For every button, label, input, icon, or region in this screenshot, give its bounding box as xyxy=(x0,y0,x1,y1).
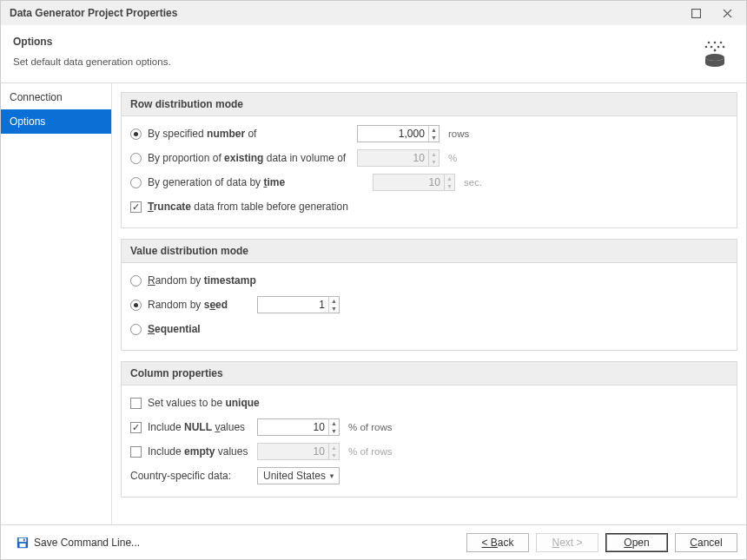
radio-icon xyxy=(130,300,142,311)
down-icon: ▼ xyxy=(329,451,339,459)
country-select[interactable]: United States ▼ xyxy=(257,467,340,484)
checkbox-label: Truncate data from table before generati… xyxy=(148,201,348,213)
radio-icon xyxy=(130,275,142,287)
spinner-arrows[interactable]: ▲▼ xyxy=(428,126,439,142)
cancel-button[interactable]: Cancel xyxy=(675,533,737,552)
radio-label: By proportion of existing data in volume… xyxy=(148,152,346,164)
sidebar-item-connection[interactable]: Connection xyxy=(1,85,111,109)
down-icon: ▼ xyxy=(429,134,439,142)
svg-rect-14 xyxy=(20,543,26,546)
svg-rect-0 xyxy=(691,9,700,17)
checkbox-icon xyxy=(130,201,142,213)
country-label: Country-specific data: xyxy=(130,470,252,482)
proportion-input: ▲▼ xyxy=(357,149,440,167)
unit-label: rows xyxy=(448,128,469,139)
up-icon: ▲ xyxy=(429,126,439,134)
unit-label: % of rows xyxy=(348,446,393,457)
svg-point-6 xyxy=(705,46,708,49)
sidebar-item-options[interactable]: Options xyxy=(1,109,111,134)
page-header: Options Set default data generation opti… xyxy=(1,25,746,83)
svg-point-3 xyxy=(708,42,711,44)
checkbox-include-null[interactable]: Include NULL values xyxy=(130,421,252,433)
spinner-arrows[interactable]: ▲▼ xyxy=(328,419,339,435)
null-percent-input[interactable]: ▲▼ xyxy=(257,418,340,436)
next-button: Next > xyxy=(536,533,598,552)
maximize-button[interactable] xyxy=(680,3,711,23)
seed-value[interactable] xyxy=(258,297,328,313)
country-value: United States xyxy=(263,470,326,482)
svg-rect-13 xyxy=(19,537,27,541)
group-title: Row distribution mode xyxy=(122,93,737,116)
radio-icon xyxy=(130,324,142,335)
radio-label: Random by seed xyxy=(148,299,228,311)
radio-by-proportion[interactable]: By proportion of existing data in volume… xyxy=(130,152,352,164)
up-icon: ▲ xyxy=(329,444,339,451)
radio-by-number[interactable]: By specified number of xyxy=(130,128,352,140)
time-value xyxy=(374,175,444,190)
rows-number-value[interactable] xyxy=(358,126,428,142)
radio-label: By generation of data by time xyxy=(148,176,285,188)
spinner-arrows[interactable]: ▲▼ xyxy=(328,297,339,313)
empty-percent-value xyxy=(258,444,328,459)
up-icon: ▲ xyxy=(445,175,454,182)
down-icon: ▼ xyxy=(329,427,339,435)
radio-icon xyxy=(130,177,142,188)
unit-label: sec. xyxy=(464,177,482,188)
close-button[interactable] xyxy=(711,3,743,23)
down-icon: ▼ xyxy=(329,305,339,313)
chevron-down-icon: ▼ xyxy=(328,472,335,480)
up-icon: ▲ xyxy=(329,419,339,427)
radio-icon xyxy=(130,153,142,164)
checkbox-label: Include empty values xyxy=(148,445,248,458)
save-icon xyxy=(17,537,29,549)
group-row-distribution: Row distribution mode By specified numbe… xyxy=(121,92,737,228)
data-generator-icon xyxy=(699,39,730,70)
checkbox-label: Include NULL values xyxy=(148,421,245,433)
unit-label: % xyxy=(448,153,457,163)
radio-icon xyxy=(130,128,142,140)
proportion-value xyxy=(358,150,428,166)
svg-point-5 xyxy=(720,42,723,44)
back-button[interactable]: < Back xyxy=(466,533,529,552)
svg-point-4 xyxy=(714,42,717,44)
svg-rect-15 xyxy=(23,538,25,541)
time-input: ▲▼ xyxy=(373,174,455,191)
sidebar: Connection Options xyxy=(1,83,112,524)
window-title: Data Generator Project Properties xyxy=(10,7,177,19)
checkbox-unique[interactable]: Set values to be unique xyxy=(130,397,260,409)
checkbox-icon xyxy=(130,398,142,409)
group-title: Value distribution mode xyxy=(122,240,737,263)
sidebar-item-label: Options xyxy=(10,115,45,128)
radio-label: By specified number of xyxy=(148,128,256,140)
open-button[interactable]: Open xyxy=(605,533,668,552)
title-bar: Data Generator Project Properties xyxy=(1,1,746,25)
sidebar-item-label: Connection xyxy=(10,91,63,103)
checkbox-icon xyxy=(130,422,142,433)
svg-point-9 xyxy=(723,46,725,49)
spinner-arrows: ▲▼ xyxy=(428,150,439,166)
null-percent-value[interactable] xyxy=(258,419,328,435)
seed-input[interactable]: ▲▼ xyxy=(257,296,340,313)
spinner-arrows: ▲▼ xyxy=(328,444,339,459)
save-command-line-label: Save Command Line... xyxy=(34,537,140,549)
radio-sequential[interactable]: Sequential xyxy=(130,323,201,335)
radio-random-timestamp[interactable]: Random by timestamp xyxy=(130,274,256,287)
up-icon: ▲ xyxy=(329,297,339,305)
radio-random-seed[interactable]: Random by seed xyxy=(130,299,252,311)
content-area: Row distribution mode By specified numbe… xyxy=(112,83,746,524)
svg-point-8 xyxy=(717,46,720,49)
group-title: Column properties xyxy=(122,362,737,385)
svg-point-7 xyxy=(711,46,713,49)
checkbox-label: Set values to be unique xyxy=(148,397,260,409)
svg-point-11 xyxy=(705,54,724,61)
down-icon: ▼ xyxy=(445,182,454,190)
rows-number-input[interactable]: ▲▼ xyxy=(357,125,440,142)
radio-label: Sequential xyxy=(148,323,201,335)
group-value-distribution: Value distribution mode Random by timest… xyxy=(121,239,737,351)
group-column-properties: Column properties Set values to be uniqu… xyxy=(121,361,737,497)
checkbox-include-empty[interactable]: Include empty values xyxy=(130,445,252,458)
save-command-line-button[interactable]: Save Command Line... xyxy=(10,533,147,552)
body: Connection Options Row distribution mode… xyxy=(1,83,746,524)
radio-by-time[interactable]: By generation of data by time xyxy=(130,176,352,188)
checkbox-truncate[interactable]: Truncate data from table before generati… xyxy=(130,201,348,213)
